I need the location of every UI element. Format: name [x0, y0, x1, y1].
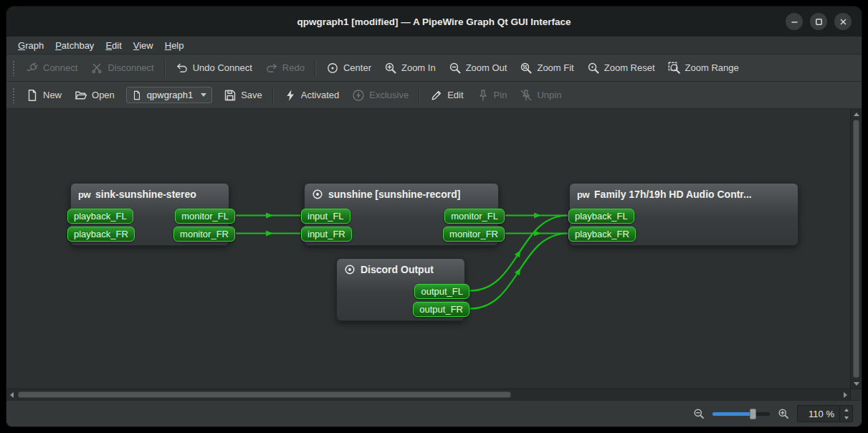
zoom-reset-button[interactable]: Zoom Reset — [581, 57, 662, 79]
wire-arrow — [266, 231, 273, 237]
menu-patchbay[interactable]: Patchbay — [49, 38, 100, 53]
port-monitor-fr[interactable]: monitor_FR — [173, 227, 235, 242]
zoom-range-icon — [668, 62, 681, 75]
activated-label: Activated — [301, 90, 339, 100]
pin-label: Pin — [494, 90, 507, 100]
zoom-out-button[interactable]: Zoom Out — [442, 57, 514, 79]
graph-canvas[interactable]: pw sink-sunshine-stereo playback_FL play… — [6, 109, 850, 389]
maximize-button[interactable] — [810, 13, 827, 30]
menu-help[interactable]: Help — [159, 38, 190, 53]
port-monitor-fl[interactable]: monitor_FL — [444, 209, 505, 224]
titlebar[interactable]: qpwgraph1 [modified] — A PipeWire Graph … — [6, 6, 862, 37]
node-title: sunshine [sunshine-record] — [328, 189, 460, 200]
port-input-fl[interactable]: input_FL — [301, 209, 350, 224]
scroll-left-button[interactable] — [6, 389, 16, 400]
undo-connect-label: Undo Connect — [193, 62, 252, 73]
new-file-icon — [26, 89, 39, 102]
menu-view[interactable]: View — [128, 38, 159, 53]
port-output-fr[interactable]: output_FR — [413, 302, 469, 317]
scroll-up-button[interactable] — [851, 109, 862, 119]
save-icon — [224, 89, 237, 102]
zoom-in-button[interactable]: Zoom In — [378, 57, 442, 79]
port-playback-fr[interactable]: playback_FR — [568, 227, 636, 242]
lightning-icon — [284, 89, 297, 102]
node-header: sunshine [sunshine-record] — [305, 184, 498, 203]
activated-button[interactable]: Activated — [277, 85, 345, 106]
exclusive-label: Exclusive — [369, 90, 409, 100]
zoom-value[interactable]: 110 % — [798, 406, 839, 422]
save-button[interactable]: Save — [217, 85, 269, 106]
patchbay-select-value: qpwgraph1 — [147, 90, 193, 100]
port-monitor-fl[interactable]: monitor_FL — [175, 209, 235, 224]
node-discord-output[interactable]: Discord Output output_FL output_FR — [336, 258, 465, 321]
edit-button[interactable]: Edit — [424, 85, 469, 106]
menu-graph[interactable]: Graph — [12, 38, 49, 53]
redo-button[interactable]: Redo — [259, 57, 311, 79]
center-button[interactable]: Center — [320, 57, 378, 79]
port-playback-fr[interactable]: playback_FR — [67, 227, 135, 242]
zoom-fit-button[interactable]: Zoom Fit — [513, 57, 580, 79]
toolbar-handle[interactable] — [12, 87, 15, 103]
port-input-fr[interactable]: input_FR — [301, 227, 352, 242]
menubar: Graph Patchbay Edit View Help — [6, 37, 862, 54]
pipewire-icon: pw — [78, 189, 90, 200]
unpin-icon — [520, 89, 533, 102]
maximize-icon — [815, 18, 823, 26]
toolbar-file: New Open qpwgraph1 Save Acti — [6, 82, 862, 109]
horizontal-scrollbar-thumb[interactable] — [18, 391, 511, 398]
minimize-button[interactable] — [786, 13, 803, 30]
app-window: qpwgraph1 [modified] — A PipeWire Graph … — [6, 6, 862, 427]
port-output-fl[interactable]: output_FL — [414, 284, 469, 299]
record-icon — [312, 189, 323, 200]
pencil-icon — [430, 89, 443, 102]
undo-connect-button[interactable]: Undo Connect — [169, 57, 259, 79]
connect-icon — [26, 62, 39, 75]
scroll-right-button[interactable] — [840, 389, 850, 400]
node-sunshine[interactable]: sunshine [sunshine-record] input_FL inpu… — [304, 183, 499, 246]
node-sink-sunshine-stereo[interactable]: pw sink-sunshine-stereo playback_FL play… — [70, 183, 229, 246]
zoom-slider-handle[interactable] — [750, 409, 756, 419]
vertical-scrollbar[interactable] — [850, 109, 862, 389]
spin-down-button[interactable] — [840, 414, 852, 422]
canvas-row: pw sink-sunshine-stereo playback_FL play… — [6, 109, 862, 389]
vertical-scrollbar-thumb[interactable] — [853, 120, 859, 378]
pin-icon — [477, 89, 490, 102]
toolbar-separator — [164, 60, 166, 77]
disconnect-button[interactable]: Disconnect — [84, 57, 160, 79]
center-icon — [326, 62, 339, 75]
new-label: New — [43, 90, 62, 100]
record-icon — [344, 264, 356, 275]
close-button[interactable] — [834, 13, 852, 30]
toolbar-handle[interactable] — [12, 60, 15, 76]
spin-up-button[interactable] — [840, 406, 852, 414]
wire-arrow — [534, 231, 541, 237]
node-header: Discord Output — [337, 259, 464, 278]
scroll-down-button[interactable] — [851, 379, 862, 389]
zoom-range-button[interactable]: Zoom Range — [662, 57, 745, 79]
menu-edit[interactable]: Edit — [100, 38, 127, 53]
unpin-button[interactable]: Unpin — [513, 85, 568, 106]
exclusive-button[interactable]: Exclusive — [345, 85, 415, 106]
horizontal-scrollbar[interactable] — [6, 389, 862, 400]
connect-button[interactable]: Connect — [19, 57, 84, 79]
zoom-spinbox[interactable]: 110 % — [797, 405, 853, 422]
port-monitor-fr[interactable]: monitor_FR — [443, 227, 505, 242]
scrollbar-corner — [850, 389, 862, 400]
new-button[interactable]: New — [19, 85, 68, 106]
pin-button[interactable]: Pin — [470, 85, 514, 106]
zoom-slider[interactable] — [712, 412, 770, 416]
port-playback-fl[interactable]: playback_FL — [568, 209, 634, 224]
patchbay-select[interactable]: qpwgraph1 — [126, 87, 212, 103]
connection-wires — [6, 109, 850, 389]
toolbar-main: Connect Disconnect Undo Connect Redo — [6, 54, 862, 82]
open-folder-icon — [75, 89, 87, 102]
zoom-slider-fill — [712, 412, 753, 416]
minimize-icon — [791, 18, 798, 26]
open-button[interactable]: Open — [68, 85, 121, 106]
zoom-fit-icon — [520, 62, 533, 75]
zoom-out-small-icon[interactable] — [693, 408, 705, 419]
horizontal-scrollbar-track[interactable] — [511, 389, 840, 400]
port-playback-fl[interactable]: playback_FL — [67, 209, 133, 224]
zoom-in-small-icon[interactable] — [778, 408, 789, 419]
node-family-hd-audio[interactable]: pw Family 17h/19h HD Audio Contr... play… — [569, 183, 798, 246]
